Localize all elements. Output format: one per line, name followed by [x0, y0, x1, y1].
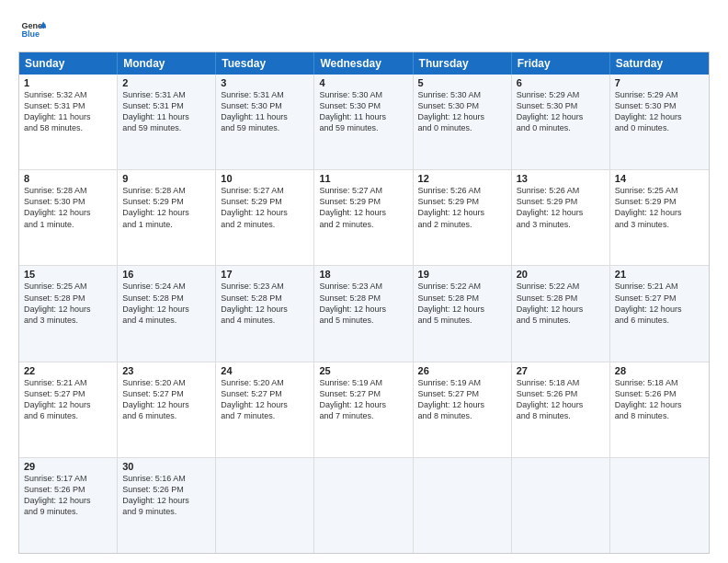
cal-cell-20: 20Sunrise: 5:22 AMSunset: 5:28 PMDayligh…: [512, 266, 610, 361]
calendar-week-4: 29Sunrise: 5:17 AMSunset: 5:26 PMDayligh…: [19, 457, 709, 553]
header-day-wednesday: Wednesday: [314, 52, 413, 75]
cal-cell-empty: [414, 458, 512, 553]
header-day-thursday: Thursday: [414, 52, 512, 75]
svg-text:Blue: Blue: [21, 29, 40, 39]
cal-cell-empty: [216, 458, 314, 553]
cal-cell-5: 5Sunrise: 5:30 AMSunset: 5:30 PMDaylight…: [414, 75, 512, 169]
cal-cell-2: 2Sunrise: 5:31 AMSunset: 5:31 PMDaylight…: [118, 75, 216, 169]
cal-cell-empty: [610, 458, 709, 553]
cal-cell-21: 21Sunrise: 5:21 AMSunset: 5:27 PMDayligh…: [610, 266, 709, 361]
calendar: SundayMondayTuesdayWednesdayThursdayFrid…: [18, 52, 710, 554]
header-day-saturday: Saturday: [610, 52, 709, 75]
calendar-body: 1Sunrise: 5:32 AMSunset: 5:31 PMDaylight…: [19, 75, 709, 553]
calendar-week-2: 15Sunrise: 5:25 AMSunset: 5:28 PMDayligh…: [19, 265, 709, 361]
cal-cell-23: 23Sunrise: 5:20 AMSunset: 5:27 PMDayligh…: [118, 362, 216, 457]
cal-cell-8: 8Sunrise: 5:28 AMSunset: 5:30 PMDaylight…: [19, 170, 118, 265]
cal-cell-25: 25Sunrise: 5:19 AMSunset: 5:27 PMDayligh…: [314, 362, 413, 457]
cal-cell-1: 1Sunrise: 5:32 AMSunset: 5:31 PMDaylight…: [19, 75, 118, 169]
cal-cell-14: 14Sunrise: 5:25 AMSunset: 5:29 PMDayligh…: [610, 170, 709, 265]
cal-cell-13: 13Sunrise: 5:26 AMSunset: 5:29 PMDayligh…: [512, 170, 610, 265]
page: General Blue SundayMondayTuesdayWednesda…: [0, 0, 728, 563]
header-day-tuesday: Tuesday: [216, 52, 314, 75]
cal-cell-29: 29Sunrise: 5:17 AMSunset: 5:26 PMDayligh…: [19, 458, 118, 553]
logo-icon: General Blue: [20, 17, 46, 42]
cal-cell-12: 12Sunrise: 5:26 AMSunset: 5:29 PMDayligh…: [414, 170, 512, 265]
cal-cell-27: 27Sunrise: 5:18 AMSunset: 5:26 PMDayligh…: [512, 362, 610, 457]
calendar-week-3: 22Sunrise: 5:21 AMSunset: 5:27 PMDayligh…: [19, 362, 709, 457]
cal-cell-empty: [512, 458, 610, 553]
calendar-week-0: 1Sunrise: 5:32 AMSunset: 5:31 PMDaylight…: [19, 75, 709, 169]
cal-cell-7: 7Sunrise: 5:29 AMSunset: 5:30 PMDaylight…: [610, 75, 709, 169]
cal-cell-3: 3Sunrise: 5:31 AMSunset: 5:30 PMDaylight…: [216, 75, 314, 169]
cal-cell-10: 10Sunrise: 5:27 AMSunset: 5:29 PMDayligh…: [216, 170, 314, 265]
header-day-friday: Friday: [512, 52, 610, 75]
header-day-monday: Monday: [118, 52, 216, 75]
cal-cell-6: 6Sunrise: 5:29 AMSunset: 5:30 PMDaylight…: [512, 75, 610, 169]
cal-cell-4: 4Sunrise: 5:30 AMSunset: 5:30 PMDaylight…: [314, 75, 413, 169]
cal-cell-18: 18Sunrise: 5:23 AMSunset: 5:28 PMDayligh…: [314, 266, 413, 361]
cal-cell-28: 28Sunrise: 5:18 AMSunset: 5:26 PMDayligh…: [610, 362, 709, 457]
cal-cell-9: 9Sunrise: 5:28 AMSunset: 5:29 PMDaylight…: [118, 170, 216, 265]
calendar-week-1: 8Sunrise: 5:28 AMSunset: 5:30 PMDaylight…: [19, 169, 709, 265]
header-day-sunday: Sunday: [19, 52, 118, 75]
cal-cell-17: 17Sunrise: 5:23 AMSunset: 5:28 PMDayligh…: [216, 266, 314, 361]
cal-cell-26: 26Sunrise: 5:19 AMSunset: 5:27 PMDayligh…: [414, 362, 512, 457]
cal-cell-empty: [314, 458, 413, 553]
cal-cell-30: 30Sunrise: 5:16 AMSunset: 5:26 PMDayligh…: [118, 458, 216, 553]
cal-cell-16: 16Sunrise: 5:24 AMSunset: 5:28 PMDayligh…: [118, 266, 216, 361]
header: General Blue: [18, 17, 710, 42]
logo: General Blue: [18, 17, 51, 42]
cal-cell-11: 11Sunrise: 5:27 AMSunset: 5:29 PMDayligh…: [314, 170, 413, 265]
calendar-header-row: SundayMondayTuesdayWednesdayThursdayFrid…: [19, 52, 709, 75]
cal-cell-15: 15Sunrise: 5:25 AMSunset: 5:28 PMDayligh…: [19, 266, 118, 361]
cal-cell-19: 19Sunrise: 5:22 AMSunset: 5:28 PMDayligh…: [414, 266, 512, 361]
cal-cell-24: 24Sunrise: 5:20 AMSunset: 5:27 PMDayligh…: [216, 362, 314, 457]
cal-cell-22: 22Sunrise: 5:21 AMSunset: 5:27 PMDayligh…: [19, 362, 118, 457]
